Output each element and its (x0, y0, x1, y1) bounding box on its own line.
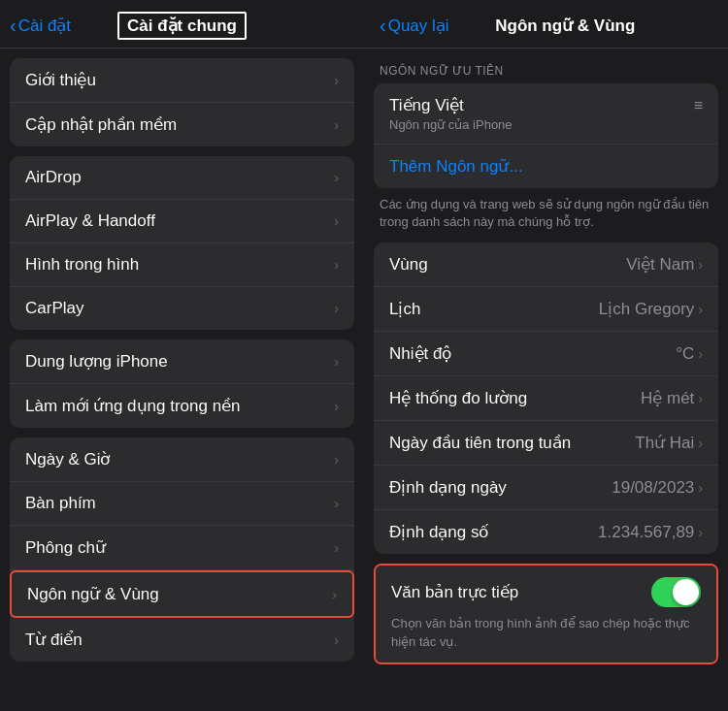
hamburger-icon: ≡ (694, 97, 703, 114)
setting-he-thong[interactable]: Hệ thống đo lường Hệ mét › (374, 376, 718, 421)
list-item-label: AirDrop (25, 168, 82, 187)
section-2: AirDrop › AirPlay & Handoff › Hình trong… (0, 156, 364, 330)
section-1: Giới thiệu › Cập nhật phần mềm › (0, 58, 364, 146)
van-ban-toggle[interactable] (651, 577, 701, 607)
list-item-tu-dien[interactable]: Từ điển › (10, 618, 354, 662)
list-group-1: Giới thiệu › Cập nhật phần mềm › (10, 58, 354, 146)
language-sub-label: Ngôn ngữ của iPhone (389, 117, 513, 132)
list-item-lam-moi[interactable]: Làm mới ứng dụng trong nền › (10, 384, 354, 428)
setting-vung[interactable]: Vùng Việt Nam › (374, 242, 718, 287)
right-content: NGÔN NGỮ ƯU TIÊN Tiếng Việt ≡ Ngôn ngữ c… (364, 48, 728, 711)
setting-dinh-dang-ngay[interactable]: Định dạng ngày 19/08/2023 › (374, 466, 718, 510)
language-main-label: Tiếng Việt (389, 95, 464, 115)
section-4: Ngày & Giờ › Bàn phím › Phông chữ › Ngôn… (0, 437, 364, 662)
chevron-right-icon: › (334, 354, 339, 370)
toggle-knob (673, 579, 699, 605)
list-item-ngon-ngu[interactable]: Ngôn ngữ & Vùng › (10, 570, 354, 618)
setting-value-ngay-dau: Thứ Hai › (635, 433, 703, 453)
back-label-left: Cài đặt (18, 16, 71, 36)
setting-value-lich: Lịch Gregory › (599, 299, 703, 319)
list-item-label: Giới thiệu (25, 70, 96, 90)
van-ban-inner: Văn bản trực tiếp Chọn văn bản trong hìn… (376, 566, 716, 662)
section-3: Dung lượng iPhone › Làm mới ứng dụng tro… (0, 339, 364, 428)
setting-value-dinh-dang-so: 1.234.567,89 › (598, 523, 703, 542)
chevron-right-icon: › (334, 496, 339, 511)
left-panel: ‹ Cài đặt Cài đặt chung Giới thiệu › Cập… (0, 0, 364, 711)
list-item-label: Dung lượng iPhone (25, 351, 168, 372)
list-item-hinh-trong-hinh[interactable]: Hình trong hình › (10, 243, 354, 287)
chevron-right-icon: › (334, 301, 339, 316)
list-item-label: Ngày & Giờ (25, 449, 110, 469)
chevron-right-icon: › (698, 391, 703, 406)
list-item-dung-luong[interactable]: Dung lượng iPhone › (10, 339, 354, 384)
chevron-right-icon: › (334, 540, 339, 556)
chevron-right-icon: › (332, 587, 337, 602)
list-group-3: Dung lượng iPhone › Làm mới ứng dụng tro… (10, 339, 354, 428)
setting-value-he-thong: Hệ mét › (641, 388, 703, 408)
settings-list: Giới thiệu › Cập nhật phần mềm › AirDrop… (0, 48, 364, 711)
chevron-right-icon: › (698, 480, 703, 496)
language-item-tieng-viet[interactable]: Tiếng Việt ≡ Ngôn ngữ của iPhone (374, 83, 718, 145)
setting-label-lich: Lịch (389, 299, 420, 319)
list-item-label: Hình trong hình (25, 255, 139, 275)
list-item-label: Bàn phím (25, 494, 96, 513)
language-main-row: Tiếng Việt ≡ (389, 95, 703, 115)
van-ban-label: Văn bản trực tiếp (391, 582, 518, 602)
list-item-airdrop[interactable]: AirDrop › (10, 156, 354, 200)
list-item-label: Ngôn ngữ & Vùng (27, 584, 159, 604)
setting-lich[interactable]: Lịch Lịch Gregory › (374, 287, 718, 332)
chevron-right-icon: › (334, 452, 339, 468)
list-item-label: AirPlay & Handoff (25, 211, 155, 231)
list-item-phong-chu[interactable]: Phông chữ › (10, 526, 354, 570)
chevron-right-icon: › (698, 257, 703, 273)
section-label-language: NGÔN NGỮ ƯU TIÊN (364, 48, 728, 83)
list-item-gioi-thieu[interactable]: Giới thiệu › (10, 58, 354, 103)
setting-label-ngay-dau: Ngày đầu tiên trong tuần (389, 433, 571, 453)
left-page-title: Cài đặt chung (117, 12, 247, 40)
chevron-right-icon: › (698, 346, 703, 362)
list-item-carplay[interactable]: CarPlay › (10, 287, 354, 330)
add-language-item[interactable]: Thêm Ngôn ngữ... (374, 145, 718, 188)
setting-value-nhiet-do: °C › (676, 344, 703, 364)
right-header: ‹ Quay lại Ngôn ngữ & Vùng (364, 0, 728, 48)
back-chevron-icon: ‹ (10, 15, 17, 37)
setting-nhiet-do[interactable]: Nhiệt độ °C › (374, 332, 718, 376)
setting-label-he-thong: Hệ thống đo lường (389, 388, 527, 408)
language-group: Tiếng Việt ≡ Ngôn ngữ của iPhone Thêm Ng… (374, 83, 718, 188)
setting-ngay-dau[interactable]: Ngày đầu tiên trong tuần Thứ Hai › (374, 421, 718, 466)
setting-label-vung: Vùng (389, 255, 428, 275)
list-item-ngay-gio[interactable]: Ngày & Giờ › (10, 437, 354, 482)
chevron-right-icon: › (334, 257, 339, 273)
setting-value-dinh-dang-ngay: 19/08/2023 › (612, 478, 703, 498)
chevron-right-icon: › (334, 170, 339, 185)
back-button-left[interactable]: ‹ Cài đặt (10, 15, 71, 37)
add-language-label: Thêm Ngôn ngữ... (389, 156, 523, 177)
chevron-right-icon: › (698, 436, 703, 451)
setting-label-dinh-dang-so: Định dạng số (389, 522, 489, 542)
list-item-label: Cập nhật phần mềm (25, 114, 177, 135)
setting-label-dinh-dang-ngay: Định dạng ngày (389, 477, 507, 498)
back-chevron-right-icon: ‹ (380, 15, 386, 37)
list-item-label: Từ điển (25, 630, 83, 650)
setting-label-nhiet-do: Nhiệt độ (389, 343, 451, 364)
language-description: Các ứng dụng và trang web sẽ sử dụng ngô… (364, 188, 728, 242)
list-item-ban-phim[interactable]: Bàn phím › (10, 482, 354, 526)
chevron-right-icon: › (334, 73, 339, 88)
settings-group: Vùng Việt Nam › Lịch Lịch Gregory › Nhiệ… (374, 242, 718, 554)
chevron-right-icon: › (334, 213, 339, 229)
setting-dinh-dang-so[interactable]: Định dạng số 1.234.567,89 › (374, 510, 718, 554)
back-button-right[interactable]: ‹ Quay lại (380, 15, 449, 37)
chevron-right-icon: › (334, 632, 339, 648)
list-item-airplay[interactable]: AirPlay & Handoff › (10, 200, 354, 243)
van-ban-section: Văn bản trực tiếp Chọn văn bản trong hìn… (374, 564, 718, 663)
left-header: ‹ Cài đặt Cài đặt chung (0, 0, 364, 48)
list-item-label: Làm mới ứng dụng trong nền (25, 396, 241, 416)
list-item-label: CarPlay (25, 299, 83, 318)
van-ban-row: Văn bản trực tiếp (391, 577, 701, 615)
chevron-right-icon: › (698, 525, 703, 540)
chevron-right-icon: › (334, 117, 339, 133)
chevron-right-icon: › (334, 399, 339, 414)
list-group-2: AirDrop › AirPlay & Handoff › Hình trong… (10, 156, 354, 330)
back-label-right: Quay lại (388, 16, 449, 36)
list-item-cap-nhat[interactable]: Cập nhật phần mềm › (10, 103, 354, 146)
